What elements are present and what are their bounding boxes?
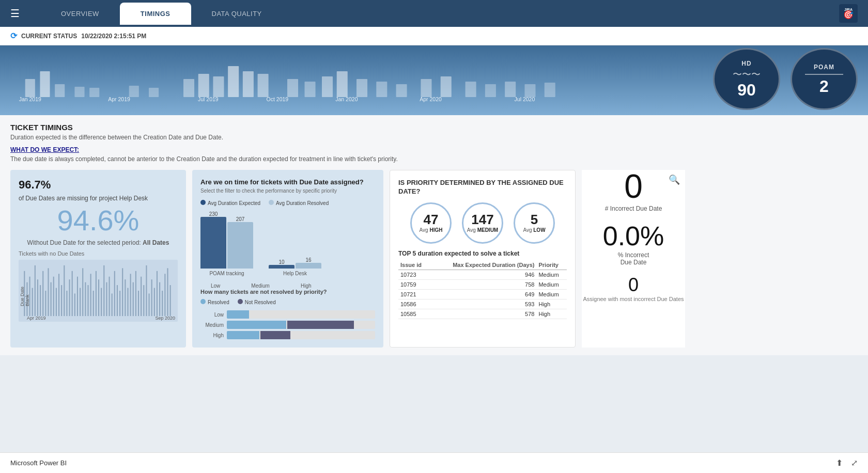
svg-rect-20 (357, 79, 367, 97)
svg-rect-89 (162, 291, 163, 316)
no-due-dates-label: Tickets with no Due Dates (19, 250, 178, 257)
svg-rect-15 (258, 74, 269, 97)
panel-on-time: Are we on time for tickets with Due Date… (192, 170, 383, 348)
poam-label: POAM (814, 64, 834, 71)
row3-issue: 10721 (398, 289, 430, 299)
resolved-label: Resolved (208, 299, 229, 305)
footer: Microsoft Power BI ⬆ ⤢ (0, 452, 868, 473)
svg-text:Oct 2019: Oct 2019 (267, 96, 289, 102)
bar-poam-230-label: 230 (209, 211, 218, 217)
row5-duration: 578 (430, 309, 537, 319)
svg-rect-87 (157, 271, 158, 316)
circle-low: 5 Avg LOW (514, 202, 555, 244)
svg-rect-88 (159, 282, 160, 316)
metric-circles: HD 〜〜〜 90 POAM 2 (713, 48, 858, 115)
table-row: 10759 758 Medium (398, 279, 567, 289)
hamburger-icon[interactable]: ☰ (10, 7, 20, 20)
pct-main-desc: of Due Dates are missing for project Hel… (19, 195, 148, 202)
tab-data-quality[interactable]: DATA QUALITY (191, 3, 283, 25)
nav-tabs: OVERVIEW TIMINGS DATA QUALITY (40, 3, 839, 25)
svg-rect-55 (72, 271, 73, 316)
priority-section: How many tickets are not resolved by pri… (200, 289, 375, 339)
svg-rect-70 (112, 293, 113, 316)
ticket-timings-title: TICKET TIMINGS (10, 123, 858, 132)
assignee-label: Assignee with most incorrect Due Dates (582, 296, 685, 302)
svg-rect-45 (45, 291, 46, 316)
main-content: TICKET TIMINGS Duration expected is the … (0, 115, 868, 355)
status-bar: ⟳ CURRENT STATUS 10/22/2020 2:15:51 PM (0, 27, 868, 45)
x-label-low: Low (211, 283, 220, 289)
bar-hd-16-label: 16 (305, 257, 311, 263)
tab-overview[interactable]: OVERVIEW (40, 3, 120, 25)
pct-sub2: selected period: (97, 239, 141, 246)
svg-rect-44 (42, 271, 43, 316)
svg-text:Jan 2020: Jan 2020 (335, 96, 358, 102)
svg-rect-43 (40, 285, 41, 316)
timeline-chart: Jan 2019 Apr 2019 Jul 2019 Oct 2019 Jan … (10, 51, 703, 102)
timeline-area: Jan 2019 Apr 2019 Jul 2019 Oct 2019 Jan … (0, 45, 868, 115)
svg-rect-12 (213, 76, 224, 97)
panel3-title: IS PRIORITY DETERMINED BY THE ASSIGNED D… (398, 179, 567, 196)
priority-legend: Resolved Not Resolved (200, 299, 375, 305)
row1-duration: 946 (430, 270, 537, 279)
circle-low-label: Avg LOW (523, 227, 545, 233)
share-icon[interactable]: ⬆ (836, 458, 843, 468)
y-axis-label: Due Date Blank (20, 275, 30, 306)
svg-rect-5 (55, 84, 65, 97)
row3-duration: 649 (430, 289, 537, 299)
svg-rect-68 (106, 282, 107, 316)
poam-value: 2 (819, 78, 829, 94)
bar-poam-label: POAM tracking (209, 271, 244, 276)
svg-rect-90 (164, 274, 165, 316)
pr-low-resolved (227, 310, 249, 319)
expand-icon[interactable]: ⤢ (851, 458, 858, 468)
svg-rect-66 (101, 288, 102, 317)
th-issue-id: Issue id (398, 260, 430, 270)
svg-rect-52 (64, 265, 65, 316)
svg-rect-23 (421, 79, 431, 97)
svg-rect-10 (183, 79, 194, 97)
row1-issue: 10723 (398, 270, 430, 279)
pct-incorrect-value: 0.0% (582, 220, 685, 251)
svg-rect-16 (287, 79, 298, 97)
hd-value: 90 (737, 82, 756, 98)
svg-rect-60 (85, 282, 86, 316)
row4-priority: High (536, 299, 567, 309)
pr-low-label: Low (200, 312, 224, 318)
svg-text:🎯: 🎯 (843, 10, 854, 20)
hd-wave-icon: 〜〜〜 (733, 68, 761, 81)
svg-rect-14 (243, 71, 254, 97)
svg-rect-7 (89, 88, 99, 97)
tab-timings[interactable]: TIMINGS (120, 3, 191, 25)
incorrect-date-value: 0 (624, 170, 643, 203)
panel2-title: Are we on time for tickets with Due Date… (200, 178, 375, 186)
panel2-legend: Avg Duration Expected Avg Duration Resol… (200, 200, 375, 206)
row1-priority: Medium (536, 270, 567, 279)
svg-rect-78 (133, 282, 134, 316)
svg-rect-72 (117, 285, 118, 316)
svg-rect-28 (524, 84, 535, 97)
bar-poam-dark (200, 217, 226, 269)
svg-rect-18 (322, 76, 333, 97)
bar-hd-label: Help Desk (283, 271, 307, 276)
svg-text:Apr 2020: Apr 2020 (420, 96, 442, 102)
pct-sub1: Without Due Date for the (27, 239, 96, 246)
svg-rect-85 (151, 279, 152, 316)
ticket-timings-description: Duration expected is the difference betw… (10, 134, 858, 141)
search-icon[interactable]: 🔍 (669, 174, 680, 185)
top-nav: ☰ OVERVIEW TIMINGS DATA QUALITY JIRA 🎯 (0, 0, 868, 27)
svg-text:Apr 2019: Apr 2019 (108, 96, 130, 102)
footer-icons: ⬆ ⤢ (836, 458, 858, 468)
pr-medium-track (227, 321, 375, 329)
svg-rect-73 (119, 291, 120, 316)
svg-rect-19 (337, 71, 348, 97)
bar-hd-dark (269, 265, 295, 269)
mini-chart: Due Date Blank (19, 260, 178, 322)
pct-incorrect-label: % IncorrectDue Date (582, 251, 685, 266)
panel-due-dates: 96.7% of Due Dates are missing for proje… (10, 170, 186, 348)
svg-rect-64 (96, 271, 97, 316)
svg-rect-74 (122, 268, 123, 316)
svg-rect-17 (305, 82, 316, 97)
assignee-value: 0 (582, 274, 685, 296)
pr-low-track (227, 310, 375, 319)
